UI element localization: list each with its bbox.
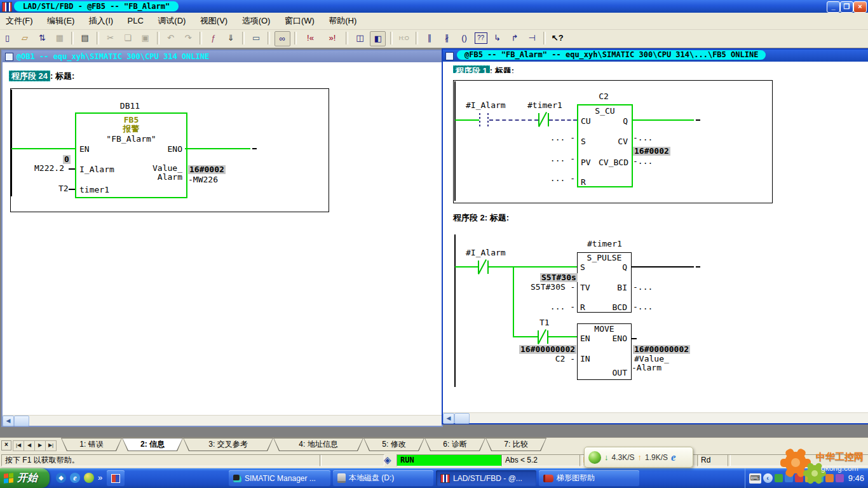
security-ball-icon[interactable] <box>588 451 601 464</box>
window-icon[interactable] <box>445 52 454 60</box>
monitor-glasses-icon[interactable]: ∞ <box>275 31 290 46</box>
data-block-icon[interactable]: ▭ <box>249 31 264 45</box>
network-card-icon[interactable]: ⇅ <box>35 31 50 45</box>
menu-options[interactable]: 选项(O) <box>236 13 276 29</box>
tab-errors[interactable]: 1: 错误 <box>61 438 122 451</box>
tab-last-button[interactable]: ▶| <box>45 440 57 451</box>
contact-label[interactable]: T1 <box>539 318 550 327</box>
operand-empty[interactable]: ... - <box>538 154 575 163</box>
save-icon[interactable]: ▦ <box>52 31 67 45</box>
operand-value[interactable]: #Value_ <box>634 355 669 363</box>
contact-label[interactable]: #I_Alarm <box>466 101 506 110</box>
operand-c2[interactable]: C2 - <box>531 355 575 363</box>
copy-icon[interactable]: ❏ <box>121 31 135 45</box>
tab-info[interactable]: 2: 信息 <box>122 438 183 451</box>
taskbar-button-ladder-help[interactable]: 梯形图帮助 <box>539 470 639 486</box>
tray-icon-4[interactable] <box>805 474 813 482</box>
ie-icon[interactable]: e <box>671 451 676 464</box>
tab-diagnostics[interactable]: 6: 诊断 <box>424 438 485 451</box>
taskbar-button-small[interactable] <box>107 470 125 486</box>
operand-t2[interactable]: T2 <box>58 184 69 193</box>
operand-empty[interactable]: ... - <box>538 133 575 142</box>
hide-icons-chevron[interactable]: ‹ <box>763 473 773 483</box>
coil-icon[interactable]: () <box>457 31 471 45</box>
operand-mw226[interactable]: -MW226 <box>188 175 218 184</box>
rail-icon[interactable]: ⊣ <box>525 31 539 45</box>
call-structure-icon[interactable]: ƒ <box>206 31 220 45</box>
keyboard-icon[interactable]: ⌨ <box>749 473 761 484</box>
tab-cross-reference[interactable]: 3: 交叉参考 <box>183 438 273 451</box>
operand-value[interactable]: -Alarm <box>632 363 661 372</box>
menu-plc[interactable]: PLC <box>122 13 149 29</box>
counter-name[interactable]: C2 <box>577 92 630 101</box>
scroll-left-button[interactable]: ◀ <box>3 416 14 426</box>
scroll-left-button[interactable]: ◀ <box>443 413 454 424</box>
start-button[interactable]: 开始 <box>0 468 50 488</box>
tray-icon-1[interactable] <box>775 474 783 482</box>
next-error-icon[interactable]: »! <box>323 31 342 45</box>
scroll-thumb[interactable] <box>14 416 29 426</box>
minimize-button[interactable]: _ <box>827 1 840 13</box>
download-icon[interactable]: ⇓ <box>224 31 238 45</box>
operand-tv[interactable]: S5T#30S - <box>531 283 575 292</box>
tray-icon-5[interactable] <box>815 474 824 482</box>
taskbar-button-ladstl[interactable]: LAD/STL/FBD - @... <box>436 470 536 486</box>
contact-label[interactable]: #timer1 <box>527 101 562 110</box>
network-label[interactable]: 程序段 1 <box>453 65 490 73</box>
timer-name[interactable]: #timer1 <box>587 240 622 248</box>
network-label[interactable]: 程序段 2 <box>453 213 485 222</box>
s-pulse-block[interactable]: S_PULSE S Q TV BI R BCD <box>577 252 632 313</box>
tray-icon-2[interactable] <box>785 474 793 482</box>
netspeed-widget[interactable]: ↓ 4.3K/S ↑ 1.9K/S e <box>584 447 693 468</box>
menu-window[interactable]: 窗口(W) <box>279 13 320 29</box>
menu-debug[interactable]: 调试(D) <box>152 13 191 29</box>
menu-view[interactable]: 视图(V) <box>194 13 233 29</box>
fb5-hscrollbar[interactable]: ◀ <box>443 412 868 423</box>
fb5-block[interactable]: FB5 报警 "FB_Alarm" EN ENO I_Alarm timer1 … <box>75 112 187 198</box>
operand-empty[interactable]: -... <box>633 133 653 142</box>
split-view-icon[interactable]: ◫ <box>353 31 367 45</box>
tab-first-button[interactable]: |◀ <box>13 440 24 451</box>
operand-empty[interactable]: ... - <box>538 302 575 311</box>
s-cu-block[interactable]: S_CU CU Q S CV PV CV_BCD R <box>577 104 633 187</box>
move-block[interactable]: MOVE EN ENO IN OUT <box>577 323 632 380</box>
menu-edit[interactable]: 编辑(E) <box>41 13 80 29</box>
quicklaunch-ie-icon[interactable]: e <box>70 473 80 483</box>
tab-compare[interactable]: 7: 比较 <box>485 438 546 451</box>
print-icon[interactable]: ▤ <box>78 31 92 45</box>
fb5-titlebar[interactable]: @FB5 -- "FB_Alarm" -- equ_xyh\SIMATIC 30… <box>443 50 868 62</box>
menu-help[interactable]: 帮助(H) <box>323 13 362 29</box>
tab-next-button[interactable]: ▶ <box>34 440 46 451</box>
previous-error-icon[interactable]: !« <box>301 31 320 45</box>
tab-address-info[interactable]: 4: 地址信息 <box>273 438 363 451</box>
contact-open[interactable] <box>487 113 489 126</box>
tab-prev-button[interactable]: ◀ <box>24 440 35 451</box>
ob1-titlebar[interactable]: @OB1 -- equ_xyh\SIMATIC 300\CPU 314 ONLI… <box>3 51 442 62</box>
operand-empty[interactable]: -... <box>633 283 653 292</box>
operand-empty[interactable]: ... - <box>538 174 575 183</box>
operand-m222[interactable]: M222.2 <box>34 164 64 173</box>
quicklaunch-icon-1[interactable]: ◆ <box>56 473 66 483</box>
tray-icon-3[interactable] <box>795 474 803 482</box>
tray-icon-6[interactable] <box>825 474 834 482</box>
close-branch-icon[interactable]: ↱ <box>507 31 522 45</box>
ob1-hscrollbar[interactable]: ◀ <box>3 415 442 426</box>
clock[interactable]: 9:46 <box>848 473 864 483</box>
empty-box-icon[interactable]: ?? <box>475 32 487 44</box>
symbol-info-icon[interactable]: H:O <box>397 31 411 45</box>
close-output-button[interactable]: × <box>1 440 11 451</box>
operand-empty[interactable]: -... <box>633 302 653 311</box>
contact-no-icon[interactable]: ∥ <box>422 31 437 45</box>
paste-icon[interactable]: ▣ <box>138 31 153 45</box>
new-icon[interactable]: ▯ <box>0 31 15 45</box>
operand-empty[interactable]: -... <box>633 157 653 166</box>
open-branch-icon[interactable]: ↳ <box>490 31 505 45</box>
menu-insert[interactable]: 插入(I) <box>83 13 119 29</box>
redo-icon[interactable]: ↷ <box>180 31 195 45</box>
restore-button[interactable]: ❐ <box>840 1 853 13</box>
taskbar-button-simatic[interactable]: SIMATIC Manager ... <box>229 470 330 486</box>
contact-open[interactable] <box>479 113 480 126</box>
network-label[interactable]: 程序段 24 <box>9 71 50 81</box>
window-icon[interactable] <box>5 53 13 61</box>
quicklaunch-more[interactable]: » <box>98 473 102 482</box>
